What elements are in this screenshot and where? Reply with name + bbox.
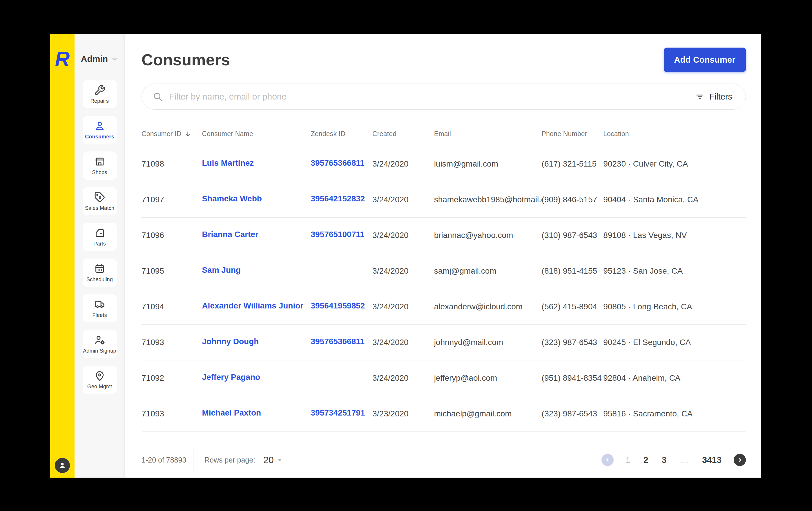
cell-created: 3/23/2020 [372,409,434,419]
filters-button[interactable]: Filters [682,84,746,109]
person-icon [58,461,67,470]
table-row: 71094 Alexander Williams Junior Seni... … [142,289,746,325]
rows-per-page-select[interactable]: Rows per page: 20 [204,455,282,465]
cell-consumer-id: 71092 [142,373,202,383]
cell-phone: (818) 951-4155 [542,266,604,276]
sidebar-item-label: Fleets [92,312,107,318]
cell-location: 90404 · Santa Monica, CA [603,195,746,204]
filter-icon [695,92,704,101]
column-header-location: Location [603,130,746,138]
previous-page-button [602,454,614,466]
column-header-consumer-id[interactable]: Consumer ID [142,130,202,138]
cell-created: 3/24/2020 [372,302,434,311]
consumer-name-link[interactable]: Shameka Webb [202,194,262,204]
rows-per-page-value: 20 [263,455,274,465]
table-row: 71096 Brianna Carter 395765100711 3/24/2… [142,218,746,253]
consumer-name-link[interactable]: Jeffery Pagano [202,373,260,382]
footer-divider [193,448,194,472]
page-ellipsis: ... [680,455,689,465]
table-header: Consumer ID Consumer Name Zendesk ID Cre… [142,110,746,146]
zendesk-id-link[interactable]: 395765100711 [311,230,365,239]
sidebar-item-parts[interactable]: Parts [83,223,117,251]
page-title: Consumers [142,51,230,69]
consumers-table: Consumer ID Consumer Name Zendesk ID Cre… [142,110,746,432]
consumer-name-link[interactable]: Johnny Dough [202,337,259,346]
cell-consumer-id: 71097 [142,195,202,204]
consumer-name-link[interactable]: Brianna Carter [202,230,258,239]
wrench-icon [94,84,106,96]
cell-location: 90805 · Long Beach, CA [603,302,746,311]
table-row: 71092 Jeffery Pagano 3/24/2020 jefferyp@… [142,360,746,396]
sidebar-item-sales-match[interactable]: $ Sales Match [83,187,117,215]
user-avatar[interactable] [55,458,70,473]
next-page-button[interactable] [734,454,746,466]
app-window: R Admin Repairs Consumers Shop [50,34,761,478]
brand-rail: R [50,34,75,478]
column-header-zendesk-id: Zendesk ID [311,130,373,138]
search-area [142,84,682,109]
table-row: 71095 Sam Jung 3/24/2020 samj@gmail.com … [142,253,746,289]
sidebar-item-scheduling[interactable]: Scheduling [83,259,117,287]
page-number-1: 1 [625,455,630,465]
consumer-name-link[interactable]: Sam Jung [202,266,241,275]
sidebar-item-repairs[interactable]: Repairs [83,80,117,108]
cell-email: samj@gmail.com [434,266,542,276]
cell-created: 3/24/2020 [372,195,434,204]
rows-per-page-label: Rows per page: [204,456,255,464]
column-header-phone: Phone Number [542,130,604,138]
filter-input[interactable] [169,91,682,102]
sidebar-item-label: Sales Match [85,205,114,211]
sidebar-item-label: Scheduling [86,276,113,283]
table-row: 71098 Luis Martinez 395765366811 3/24/20… [142,146,746,182]
search-icon [153,92,163,102]
sort-desc-icon [184,131,191,137]
cell-phone: (909) 846-5157 [542,195,604,204]
sidebar-item-label: Repairs [90,98,109,104]
cell-consumer-id: 71095 [142,266,202,276]
page-number-2[interactable]: 2 [643,455,648,465]
cell-email: briannac@yahoo.com [434,231,542,240]
add-consumer-button[interactable]: Add Consumer [664,48,746,72]
cell-location: 95123 · San Jose, CA [603,266,746,276]
person-icon [94,120,106,132]
sidebar-item-label: Parts [93,241,106,247]
cell-location: 92804 · Anaheim, CA [603,373,746,383]
table-row: 71093 Michael Paxton 395734251791 3/23/2… [142,396,746,432]
sidebar-item-shops[interactable]: Shops [83,152,117,180]
price-tag-icon: $ [94,191,106,203]
cell-consumer-id: 71093 [142,409,202,419]
chevron-left-icon [604,457,611,463]
cell-consumer-id: 71093 [142,338,202,347]
sidebar-item-consumers[interactable]: Consumers [83,116,117,144]
cell-phone: (562) 415-8904 [542,302,604,311]
cell-email: michaelp@gmail.com [434,409,542,419]
sidebar-item-admin-signup[interactable]: Admin Signup [83,330,117,358]
sidebar-item-label: Geo Mgmt [87,384,112,390]
column-header-consumer-name: Consumer Name [202,130,311,138]
cell-email: luism@gmail.com [434,159,542,169]
zendesk-id-link[interactable]: 395734251791 [311,408,365,418]
user-gear-icon [94,334,106,346]
table-row: 71097 Shameka Webb 395642152832 3/24/202… [142,182,746,218]
cell-location: 90230 · Culver City, CA [603,159,746,169]
cell-consumer-id: 71094 [142,302,202,311]
column-header-email: Email [434,130,542,138]
filter-bar: Filters [142,84,746,110]
page-number-last[interactable]: 3413 [702,455,722,465]
sidebar-item-geo-mgmt[interactable]: Geo Mgmt [83,366,117,394]
consumer-name-link[interactable]: Luis Martinez [202,158,254,168]
sidebar-item-fleets[interactable]: Fleets [83,294,117,322]
zendesk-id-link[interactable]: 395641959852 [311,301,365,311]
page-number-3[interactable]: 3 [662,455,667,465]
main-content: Consumers Add Consumer Filters Consumer … [125,34,761,478]
zendesk-id-link[interactable]: 395765366811 [311,337,365,346]
zendesk-id-link[interactable]: 395642152832 [311,194,365,204]
sidebar-item-label: Shops [92,169,107,176]
zendesk-id-link[interactable]: 395765366811 [311,158,365,168]
cell-created: 3/24/2020 [372,338,434,347]
account-menu[interactable]: Admin [75,34,125,64]
cell-created: 3/24/2020 [372,266,434,276]
svg-text:$: $ [98,195,101,200]
consumer-name-link[interactable]: Michael Paxton [202,408,261,418]
consumer-name-link[interactable]: Alexander Williams Junior Seni... [202,301,305,311]
